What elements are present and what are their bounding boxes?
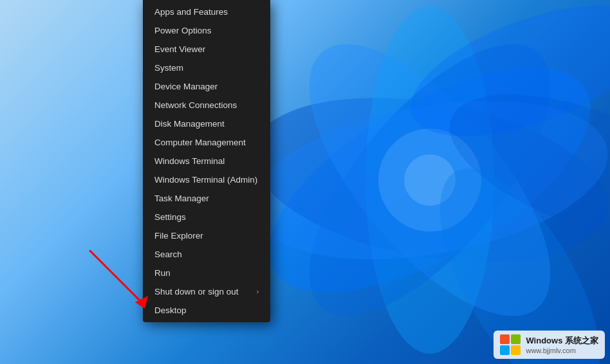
menu-item-label-system: System [154,63,183,73]
menu-item-label-settings: Settings [154,212,186,222]
menu-item-desktop[interactable]: Desktop [143,301,270,320]
watermark: Windows 系统之家 www.bjjmlv.com [494,331,605,359]
menu-item-label-run: Run [154,268,171,278]
menu-item-shut-down-sign-out[interactable]: Shut down or sign out› [143,282,270,301]
menu-item-task-manager[interactable]: Task Manager [143,189,270,208]
chevron-icon-shut-down-sign-out: › [257,288,259,295]
menu-item-network-connections[interactable]: Network Connections [143,96,270,114]
menu-item-label-task-manager: Task Manager [154,194,209,203]
menu-item-computer-management[interactable]: Computer Management [143,133,270,152]
menu-item-label-windows-terminal-admin: Windows Terminal (Admin) [154,175,257,185]
watermark-site-name: Windows 系统之家 [526,335,598,347]
menu-item-label-disk-management: Disk Management [154,119,225,129]
menu-item-settings[interactable]: Settings [143,208,270,226]
menu-item-windows-terminal-admin[interactable]: Windows Terminal (Admin) [143,170,270,189]
desktop-background [0,0,610,364]
menu-item-label-shut-down-sign-out: Shut down or sign out [154,287,239,296]
menu-item-event-viewer[interactable]: Event Viewer [143,40,270,59]
menu-item-label-windows-terminal: Windows Terminal [154,156,225,166]
menu-item-label-device-manager: Device Manager [154,82,217,91]
menu-item-apps-features[interactable]: Apps and Features [143,3,270,21]
menu-item-label-desktop: Desktop [154,305,187,315]
menu-item-label-computer-management: Computer Management [154,138,246,147]
menu-item-search[interactable]: Search [143,245,270,264]
menu-item-label-apps-features: Apps and Features [154,7,228,17]
menu-item-device-manager[interactable]: Device Manager [143,77,270,96]
menu-item-system[interactable]: System [143,59,270,77]
menu-item-label-file-explorer: File Explorer [154,231,203,241]
watermark-text: Windows 系统之家 www.bjjmlv.com [526,335,598,354]
windows-logo-icon [500,334,521,355]
wallpaper-decoration [211,0,610,364]
menu-item-label-network-connections: Network Connections [154,100,237,110]
menu-item-windows-terminal[interactable]: Windows Terminal [143,152,270,170]
menu-item-run[interactable]: Run [143,264,270,282]
menu-item-label-event-viewer: Event Viewer [154,44,205,54]
menu-item-label-search: Search [154,250,182,259]
context-menu: Apps and FeaturesPower OptionsEvent View… [143,0,270,322]
menu-item-power-options[interactable]: Power Options [143,21,270,40]
watermark-site-url: www.bjjmlv.com [526,347,598,354]
menu-item-label-power-options: Power Options [154,26,212,35]
menu-item-disk-management[interactable]: Disk Management [143,114,270,133]
menu-item-file-explorer[interactable]: File Explorer [143,226,270,245]
